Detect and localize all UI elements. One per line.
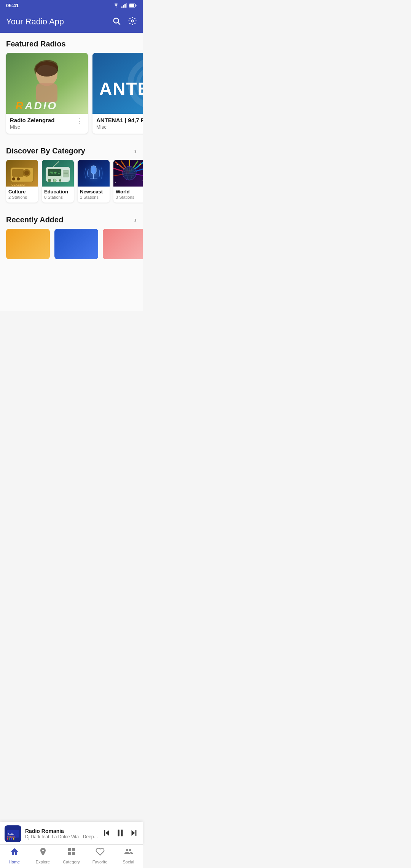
svg-point-9 [131,20,134,22]
category-count-world: 3 Stations [116,195,143,199]
featured-more-zelengrad[interactable]: ⋮ [75,117,85,125]
category-card-culture[interactable]: CLASSIC Culture 2 Stations [6,160,38,203]
category-img-world: ★ [113,160,143,187]
featured-card-info-zelengrad: Radio Zelengrad Misc ⋮ [6,114,88,134]
featured-card-category-antena: Misc [96,124,143,130]
svg-point-26 [17,177,20,180]
search-icon [112,17,121,25]
svg-point-40 [53,179,56,182]
featured-header: Featured Radios [0,33,143,53]
category-info-newscast: Newscast 1 Stations [78,187,110,203]
svg-text:RADIO: RADIO [16,100,57,112]
signal-icon [121,3,127,8]
category-count-education: 0 Stations [44,195,72,199]
featured-card-name-antena: ANTENA1 | 94,7 FM [96,117,143,123]
category-card-newscast[interactable]: Newscast 1 Stations [78,160,110,203]
recently-scroll[interactable] [0,229,143,265]
world-artwork: ★ [113,160,143,187]
recently-card-3[interactable] [103,229,143,259]
category-name-newscast: Newscast [80,189,107,195]
featured-card-category-zelengrad: Misc [10,124,55,130]
category-img-culture: CLASSIC [6,160,38,187]
category-title: Discover By Category [6,147,85,155]
svg-text:★: ★ [139,162,142,166]
category-card-education[interactable]: FM 94.7 Education 0 Stations [42,160,74,203]
featured-title: Featured Radios [6,40,66,48]
app-title: Your Radio App [6,17,64,27]
category-header: Discover By Category › [0,140,143,160]
svg-rect-0 [121,6,123,8]
svg-point-39 [48,179,51,182]
svg-point-65 [115,182,116,183]
category-name-world: World [116,189,143,195]
svg-point-41 [59,179,61,182]
category-info-education: Education 0 Stations [42,187,74,203]
category-count-newscast: 1 Stations [80,195,107,199]
category-viewall-button[interactable]: › [134,147,137,155]
svg-rect-6 [129,4,134,7]
status-icons [113,3,137,8]
education-artwork: FM 94.7 [42,160,74,187]
featured-scroll[interactable]: RADIO Radio Zelengrad Misc ⋮ [0,53,143,140]
battery-icon [129,3,137,8]
recently-card-1[interactable] [6,229,50,259]
svg-rect-3 [126,3,127,8]
svg-point-24 [24,171,29,175]
settings-icon [128,17,137,25]
svg-rect-2 [124,4,126,8]
featured-card-antena[interactable]: ANTE 1 ANTENA1 | 94,7 FM Misc [92,53,143,134]
category-info-culture: Culture 2 Stations [6,187,38,203]
app-bar: Your Radio App [0,11,143,33]
category-card-world[interactable]: ★ World 3 Stations [113,160,143,203]
category-info-world: World 3 Stations [113,187,143,203]
newscast-artwork [78,160,110,187]
category-scroll[interactable]: CLASSIC Culture 2 Stations [0,160,143,209]
svg-rect-1 [123,5,124,8]
status-bar: 05:41 [0,0,143,11]
main-content: Featured Radios [0,33,143,311]
svg-rect-44 [91,166,96,174]
zelengrad-artwork: RADIO [6,53,88,114]
svg-text:ANTE: ANTE [99,79,143,99]
app-bar-icons [112,17,137,27]
recently-title: Recently Added [6,215,63,224]
svg-point-25 [12,177,15,180]
svg-rect-22 [12,169,24,177]
category-name-education: Education [44,189,72,195]
featured-card-info-antena: ANTENA1 | 94,7 FM Misc [92,114,143,134]
featured-card-zelengrad[interactable]: RADIO Radio Zelengrad Misc ⋮ [6,53,88,134]
category-count-culture: 2 Stations [8,195,36,199]
category-name-culture: Culture [8,189,36,195]
recently-card-2[interactable] [54,229,98,259]
culture-artwork: CLASSIC [6,160,38,187]
svg-text:FM 94.7: FM 94.7 [49,171,61,174]
category-img-education: FM 94.7 [42,160,74,187]
search-button[interactable] [112,17,121,27]
featured-card-name-zelengrad: Radio Zelengrad [10,117,55,123]
svg-line-8 [118,22,120,24]
recently-viewall-button[interactable]: › [134,215,137,224]
svg-point-62 [117,164,118,165]
antena-artwork: ANTE 1 [92,53,143,114]
wifi-icon [113,3,119,8]
settings-button[interactable] [128,17,137,27]
category-img-newscast [78,160,110,187]
recently-header: Recently Added › [0,209,143,229]
status-time: 05:41 [6,3,19,8]
featured-img-antena: ANTE 1 [92,53,143,114]
featured-img-zelengrad: RADIO [6,53,88,114]
svg-text:CLASSIC: CLASSIC [11,183,25,187]
svg-rect-5 [136,5,137,6]
